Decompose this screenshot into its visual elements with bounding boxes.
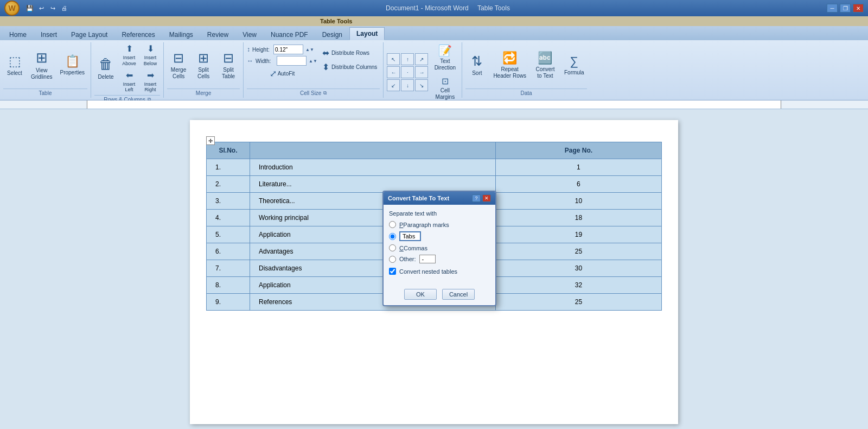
title-bar: W 💾 ↩ ↪ 🖨 Document1 - Microsoft Word Tab…: [0, 0, 868, 16]
tab-view[interactable]: View: [235, 28, 264, 40]
sort-button[interactable]: ⇅ Sort: [465, 52, 488, 78]
tab-nuancepdf[interactable]: Nuance PDF: [264, 28, 315, 40]
width-input[interactable]: [277, 56, 307, 66]
distribute-rows-button[interactable]: ⬌ Distribute Rows: [320, 47, 380, 59]
split-cells-icon: ⊞: [198, 51, 209, 66]
print-qa-button[interactable]: 🖨: [59, 3, 69, 13]
text-direction-margins: 📝 TextDirection ⊡ CellMargins: [431, 42, 458, 102]
minimize-button[interactable]: ─: [827, 4, 838, 12]
undo-qa-button[interactable]: ↩: [36, 3, 46, 13]
save-qa-button[interactable]: 💾: [25, 3, 35, 13]
cell-size-expand-icon[interactable]: ⧉: [323, 90, 327, 96]
align-top-center-button[interactable]: ↑: [401, 53, 414, 65]
table-move-handle[interactable]: ✛: [206, 136, 215, 145]
text-direction-button[interactable]: 📝 TextDirection: [431, 42, 458, 73]
insert-right-button[interactable]: ➡ InsertRight: [141, 69, 160, 94]
properties-icon: 📋: [65, 54, 80, 68]
width-spinner[interactable]: ▲▼: [309, 59, 317, 64]
other-label: Other:: [399, 256, 416, 262]
other-value-input[interactable]: [419, 255, 436, 263]
align-mid-left-button[interactable]: ←: [387, 66, 400, 78]
tab-insert[interactable]: Insert: [34, 28, 64, 40]
tabs-label: [399, 231, 421, 241]
insert-above-button[interactable]: ⬆ InsertAbove: [119, 42, 139, 68]
paragraph-radio[interactable]: [389, 221, 396, 228]
sort-label: Sort: [472, 70, 482, 77]
convert-to-text-button[interactable]: 🔤 Convertto Text: [531, 49, 559, 81]
insert-right-icon: ➡: [147, 70, 154, 80]
height-spinner[interactable]: ▲▼: [305, 47, 314, 52]
table-cell-page: 32: [495, 277, 661, 294]
tab-home[interactable]: Home: [2, 28, 34, 40]
distribute-buttons: ⬌ Distribute Rows ⬍ Distribute Columns: [320, 45, 380, 73]
tabs-radio[interactable]: [389, 233, 396, 240]
convert-nested-checkbox[interactable]: [389, 268, 396, 275]
group-alignment-content: ↖ ↑ ↗ ← · → ↙ ↓ ↘ 📝 TextDirection: [387, 42, 458, 102]
align-top-right-button[interactable]: ↗: [415, 53, 428, 65]
tab-references[interactable]: References: [114, 28, 162, 40]
formula-label: Formula: [564, 70, 584, 76]
table-cell-topic: Introduction: [250, 159, 496, 176]
split-cells-label: SplitCells: [197, 67, 209, 80]
ok-button[interactable]: OK: [404, 289, 437, 300]
formula-button[interactable]: ∑ Formula: [561, 53, 587, 78]
dialog-help-button[interactable]: ?: [472, 194, 481, 202]
dialog-buttons: OK Cancel: [384, 286, 495, 305]
tabs-input[interactable]: [399, 231, 421, 241]
convert-to-text-label: Convertto Text: [535, 66, 554, 79]
restore-button[interactable]: ❐: [840, 4, 851, 12]
tab-design[interactable]: Design: [315, 28, 349, 40]
tab-layout[interactable]: Layout: [349, 27, 385, 40]
merge-cells-button[interactable]: ⊟ MergeCells: [167, 49, 190, 81]
insert-left-button[interactable]: ⬅ InsertLeft: [119, 69, 139, 94]
align-top-left-button[interactable]: ↖: [387, 53, 400, 65]
autofit-label: AutoFit: [278, 71, 295, 77]
delete-button[interactable]: 🗑 Delete: [94, 54, 117, 82]
separate-text-label: Separate text with: [389, 210, 490, 217]
group-table: ⬚ Select ⊞ ViewGridlines 📋 Properties Ta…: [0, 42, 91, 98]
align-bot-left-button[interactable]: ↙: [387, 79, 400, 91]
quick-access-toolbar: 💾 ↩ ↪ 🖨: [25, 3, 69, 13]
cancel-button[interactable]: Cancel: [442, 289, 475, 300]
table-header-topic: [250, 142, 496, 159]
repeat-header-rows-button[interactable]: 🔁 RepeatHeader Rows: [490, 49, 529, 81]
commas-radio[interactable]: [389, 244, 396, 251]
table-cell-page: 30: [495, 260, 661, 277]
height-input[interactable]: [273, 45, 303, 54]
office-orb-button[interactable]: W: [4, 1, 20, 16]
other-radio[interactable]: [389, 256, 396, 263]
height-row: ↕ Height: ▲▼: [247, 45, 317, 54]
dialog-title-bar: Convert Table To Text ? ✕: [384, 192, 495, 205]
tab-review[interactable]: Review: [200, 28, 235, 40]
split-table-button[interactable]: ⊟ SplitTable: [217, 49, 240, 81]
properties-label: Properties: [60, 70, 85, 76]
split-cells-button[interactable]: ⊞ SplitCells: [192, 49, 215, 81]
cell-margins-button[interactable]: ⊡ CellMargins: [431, 74, 458, 102]
split-table-icon: ⊟: [223, 51, 234, 66]
tab-mailings[interactable]: Mailings: [162, 28, 200, 40]
merge-cells-icon: ⊟: [173, 51, 184, 66]
autofit-button[interactable]: ⤢ AutoFit: [247, 67, 317, 80]
view-gridlines-button[interactable]: ⊞ ViewGridlines: [28, 48, 55, 82]
tab-pagelayout[interactable]: Page Layout: [64, 28, 114, 40]
distribute-rows-label: Distribute Rows: [331, 50, 369, 56]
align-mid-center-button[interactable]: ·: [401, 66, 414, 78]
group-table-content: ⬚ Select ⊞ ViewGridlines 📋 Properties: [3, 42, 87, 87]
align-mid-right-button[interactable]: →: [415, 66, 428, 78]
dialog-close-button[interactable]: ✕: [482, 194, 491, 202]
properties-button[interactable]: 📋 Properties: [57, 53, 87, 78]
redo-qa-button[interactable]: ↪: [48, 3, 58, 13]
distribute-columns-button[interactable]: ⬍ Distribute Columns: [320, 61, 380, 73]
dialog-body: Separate text with PParagraph marks: [384, 205, 495, 286]
insert-above-icon: ⬆: [126, 43, 133, 54]
gridlines-icon: ⊞: [36, 49, 48, 66]
close-button[interactable]: ✕: [853, 4, 864, 12]
commas-label: CCommas: [399, 245, 427, 251]
distribute-columns-label: Distribute Columns: [331, 64, 377, 70]
insert-below-button[interactable]: ⬇ InsertBelow: [141, 42, 160, 68]
align-bot-right-button[interactable]: ↘: [415, 79, 428, 91]
group-merge: ⊟ MergeCells ⊞ SplitCells ⊟ SplitTable M…: [164, 42, 244, 98]
split-table-label: SplitTable: [222, 67, 235, 80]
align-bot-center-button[interactable]: ↓: [401, 79, 414, 91]
select-button[interactable]: ⬚ Select: [3, 52, 26, 78]
